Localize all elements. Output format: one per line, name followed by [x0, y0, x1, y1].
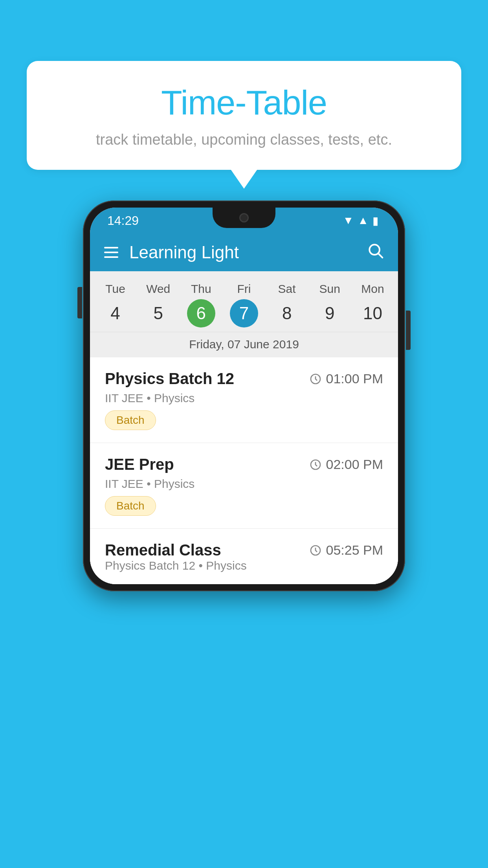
schedule-item-3-time: 05:25 PM	[309, 542, 383, 558]
schedule-item-2[interactable]: JEE Prep 02:00 PM IIT JEE • Physics Batc…	[90, 443, 398, 529]
schedule-item-1-subtitle: IIT JEE • Physics	[105, 392, 383, 405]
day-label-wed[interactable]: Wed	[137, 279, 180, 299]
day-8[interactable]: 8	[266, 299, 308, 328]
schedule-item-1-time: 01:00 PM	[309, 371, 383, 386]
schedule-item-1-header: Physics Batch 12 01:00 PM	[105, 370, 383, 388]
app-feature-subtitle: track timetable, upcoming classes, tests…	[50, 131, 438, 148]
schedule-item-3[interactable]: Remedial Class 05:25 PM Physics Batch 12…	[90, 529, 398, 584]
app-header: Learning Light	[90, 234, 398, 271]
phone-mockup: 14:29 ▼ ▲ ▮ Learning Light	[83, 200, 405, 591]
app-feature-title: Time-Table	[50, 83, 438, 123]
speech-bubble: Time-Table track timetable, upcoming cla…	[27, 61, 461, 170]
schedule-item-3-subtitle: Physics Batch 12 • Physics	[105, 559, 383, 572]
day-labels-row: Tue Wed Thu Fri Sat Sun Mon	[90, 279, 398, 299]
day-label-sun[interactable]: Sun	[308, 279, 351, 299]
day-6-today[interactable]: 6	[187, 299, 215, 327]
schedule-item-2-title: JEE Prep	[105, 456, 174, 473]
phone-notch	[213, 208, 275, 228]
day-10[interactable]: 10	[351, 299, 394, 328]
clock-icon-2	[309, 458, 322, 471]
signal-icon: ▲	[358, 214, 369, 227]
schedule-item-2-badge: Batch	[105, 496, 156, 516]
clock-icon-1	[309, 373, 322, 385]
schedule-list: Physics Batch 12 01:00 PM IIT JEE • Phys…	[90, 357, 398, 584]
day-label-mon[interactable]: Mon	[351, 279, 394, 299]
day-label-sat[interactable]: Sat	[266, 279, 308, 299]
svg-line-1	[378, 254, 382, 257]
front-camera	[239, 213, 249, 223]
hamburger-menu-icon[interactable]	[104, 247, 118, 258]
schedule-item-2-time-text: 02:00 PM	[326, 457, 383, 472]
phone-outer-frame: 14:29 ▼ ▲ ▮ Learning Light	[83, 200, 405, 591]
day-7-selected[interactable]: 7	[230, 299, 258, 327]
schedule-item-1-title: Physics Batch 12	[105, 370, 234, 388]
day-numbers-row: 4 5 6 7 8 9 10	[90, 299, 398, 328]
wifi-icon: ▼	[343, 214, 354, 227]
day-4[interactable]: 4	[94, 299, 137, 328]
schedule-item-3-time-text: 05:25 PM	[326, 542, 383, 558]
schedule-item-3-title: Remedial Class	[105, 541, 221, 559]
day-label-fri[interactable]: Fri	[222, 279, 265, 299]
search-icon[interactable]	[367, 242, 384, 263]
calendar-strip: Tue Wed Thu Fri Sat Sun Mon 4 5 6 7 8 9 …	[90, 271, 398, 357]
schedule-item-1-time-text: 01:00 PM	[326, 371, 383, 386]
battery-icon: ▮	[372, 214, 378, 227]
status-icons: ▼ ▲ ▮	[343, 214, 378, 227]
day-label-tue[interactable]: Tue	[94, 279, 137, 299]
app-title: Learning Light	[129, 243, 356, 262]
day-9[interactable]: 9	[308, 299, 351, 328]
speech-bubble-container: Time-Table track timetable, upcoming cla…	[27, 61, 461, 170]
phone-screen: 14:29 ▼ ▲ ▮ Learning Light	[90, 208, 398, 584]
status-time: 14:29	[107, 213, 139, 228]
clock-icon-3	[309, 544, 322, 557]
selected-date-label: Friday, 07 June 2019	[90, 332, 398, 357]
schedule-item-1[interactable]: Physics Batch 12 01:00 PM IIT JEE • Phys…	[90, 357, 398, 443]
day-label-thu[interactable]: Thu	[180, 279, 222, 299]
schedule-item-2-header: JEE Prep 02:00 PM	[105, 456, 383, 473]
schedule-item-2-time: 02:00 PM	[309, 457, 383, 472]
day-5[interactable]: 5	[137, 299, 180, 328]
schedule-item-3-header: Remedial Class 05:25 PM	[105, 541, 383, 559]
schedule-item-2-subtitle: IIT JEE • Physics	[105, 477, 383, 491]
schedule-item-1-badge: Batch	[105, 410, 156, 430]
